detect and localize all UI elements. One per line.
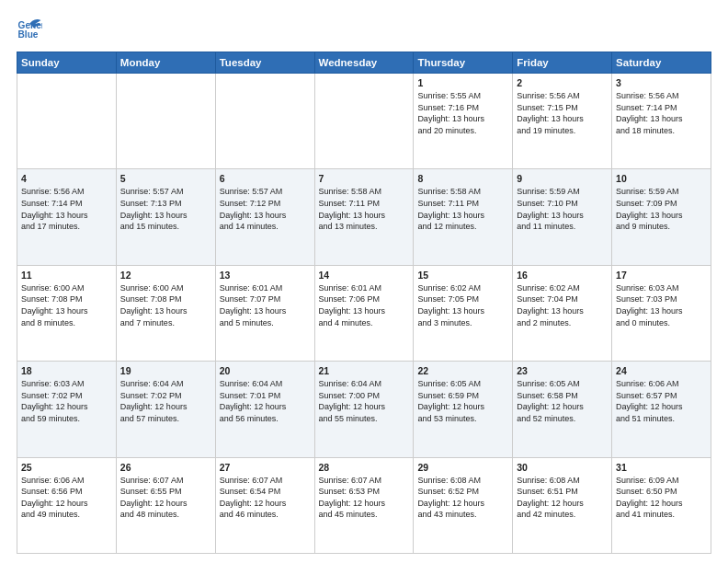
day-number: 28 (319, 462, 410, 473)
calendar-cell: 28Sunrise: 6:07 AM Sunset: 6:53 PM Dayli… (314, 457, 414, 553)
calendar-cell: 29Sunrise: 6:08 AM Sunset: 6:52 PM Dayli… (414, 457, 513, 553)
calendar-cell: 10Sunrise: 5:59 AM Sunset: 7:09 PM Dayli… (612, 169, 711, 265)
day-number: 25 (21, 462, 112, 473)
cell-info: Sunrise: 5:58 AM Sunset: 7:11 PM Dayligh… (319, 186, 410, 232)
day-number: 5 (120, 173, 211, 184)
cell-info: Sunrise: 6:04 AM Sunset: 7:01 PM Dayligh… (220, 378, 311, 424)
day-number: 2 (517, 77, 608, 88)
calendar-cell: 8Sunrise: 5:58 AM Sunset: 7:11 PM Daylig… (414, 169, 513, 265)
day-number: 21 (319, 365, 410, 376)
day-number: 31 (616, 462, 707, 473)
cell-info: Sunrise: 5:55 AM Sunset: 7:16 PM Dayligh… (417, 90, 508, 136)
calendar-cell: 5Sunrise: 5:57 AM Sunset: 7:13 PM Daylig… (116, 169, 215, 265)
cell-info: Sunrise: 6:01 AM Sunset: 7:07 PM Dayligh… (220, 282, 311, 328)
calendar-cell: 21Sunrise: 6:04 AM Sunset: 7:00 PM Dayli… (314, 362, 414, 457)
day-number: 8 (417, 173, 508, 184)
calendar-cell: 11Sunrise: 6:00 AM Sunset: 7:08 PM Dayli… (17, 265, 117, 361)
calendar-cell: 27Sunrise: 6:07 AM Sunset: 6:54 PM Dayli… (215, 457, 314, 553)
cell-info: Sunrise: 6:00 AM Sunset: 7:08 PM Dayligh… (21, 282, 112, 328)
day-number: 22 (417, 365, 508, 376)
calendar-cell (116, 74, 215, 169)
day-header-saturday: Saturday (612, 52, 711, 74)
calendar-table: SundayMondayTuesdayWednesdayThursdayFrid… (17, 52, 711, 554)
cell-info: Sunrise: 6:05 AM Sunset: 6:58 PM Dayligh… (517, 378, 608, 424)
day-number: 20 (220, 365, 311, 376)
cell-info: Sunrise: 6:04 AM Sunset: 7:02 PM Dayligh… (120, 378, 211, 424)
calendar-cell: 15Sunrise: 6:02 AM Sunset: 7:05 PM Dayli… (414, 265, 513, 361)
day-number: 18 (21, 365, 112, 376)
day-number: 17 (616, 270, 707, 281)
day-number: 12 (120, 270, 211, 281)
week-row-4: 18Sunrise: 6:03 AM Sunset: 7:02 PM Dayli… (17, 362, 711, 457)
cell-info: Sunrise: 5:57 AM Sunset: 7:13 PM Dayligh… (120, 186, 211, 232)
cell-info: Sunrise: 6:02 AM Sunset: 7:04 PM Dayligh… (517, 282, 608, 328)
week-row-2: 4Sunrise: 5:56 AM Sunset: 7:14 PM Daylig… (17, 169, 711, 265)
day-number: 10 (616, 173, 707, 184)
cell-info: Sunrise: 5:59 AM Sunset: 7:09 PM Dayligh… (616, 186, 707, 232)
cell-info: Sunrise: 5:56 AM Sunset: 7:14 PM Dayligh… (616, 90, 707, 136)
day-header-friday: Friday (513, 52, 612, 74)
day-header-tuesday: Tuesday (215, 52, 314, 74)
calendar-cell: 4Sunrise: 5:56 AM Sunset: 7:14 PM Daylig… (17, 169, 117, 265)
day-header-monday: Monday (116, 52, 215, 74)
cell-info: Sunrise: 6:08 AM Sunset: 6:51 PM Dayligh… (517, 475, 608, 521)
calendar-cell (17, 74, 117, 169)
calendar-cell: 22Sunrise: 6:05 AM Sunset: 6:59 PM Dayli… (414, 362, 513, 457)
calendar-cell: 18Sunrise: 6:03 AM Sunset: 7:02 PM Dayli… (17, 362, 117, 457)
day-number: 15 (417, 270, 508, 281)
page: General Blue SundayMondayTuesdayWednesda… (0, 0, 728, 563)
day-number: 13 (220, 270, 311, 281)
day-header-sunday: Sunday (17, 52, 117, 74)
calendar-cell (314, 74, 414, 169)
calendar-cell: 30Sunrise: 6:08 AM Sunset: 6:51 PM Dayli… (513, 457, 612, 553)
calendar-cell (215, 74, 314, 169)
day-number: 26 (120, 462, 211, 473)
cell-info: Sunrise: 6:04 AM Sunset: 7:00 PM Dayligh… (319, 378, 410, 424)
cell-info: Sunrise: 5:56 AM Sunset: 7:15 PM Dayligh… (517, 90, 608, 136)
day-number: 1 (417, 77, 508, 88)
svg-text:Blue: Blue (18, 29, 39, 40)
logo-icon: General Blue (17, 17, 42, 42)
calendar-cell: 12Sunrise: 6:00 AM Sunset: 7:08 PM Dayli… (116, 265, 215, 361)
day-header-thursday: Thursday (414, 52, 513, 74)
cell-info: Sunrise: 6:01 AM Sunset: 7:06 PM Dayligh… (319, 282, 410, 328)
calendar-cell: 25Sunrise: 6:06 AM Sunset: 6:56 PM Dayli… (17, 457, 117, 553)
calendar-cell: 23Sunrise: 6:05 AM Sunset: 6:58 PM Dayli… (513, 362, 612, 457)
calendar-cell: 17Sunrise: 6:03 AM Sunset: 7:03 PM Dayli… (612, 265, 711, 361)
logo: General Blue (17, 17, 46, 42)
day-number: 27 (220, 462, 311, 473)
day-number: 16 (517, 270, 608, 281)
calendar-cell: 19Sunrise: 6:04 AM Sunset: 7:02 PM Dayli… (116, 362, 215, 457)
cell-info: Sunrise: 6:06 AM Sunset: 6:56 PM Dayligh… (21, 475, 112, 521)
cell-info: Sunrise: 6:00 AM Sunset: 7:08 PM Dayligh… (120, 282, 211, 328)
cell-info: Sunrise: 6:07 AM Sunset: 6:54 PM Dayligh… (220, 475, 311, 521)
calendar-cell: 31Sunrise: 6:09 AM Sunset: 6:50 PM Dayli… (612, 457, 711, 553)
day-number: 30 (517, 462, 608, 473)
cell-info: Sunrise: 6:05 AM Sunset: 6:59 PM Dayligh… (417, 378, 508, 424)
calendar-cell: 9Sunrise: 5:59 AM Sunset: 7:10 PM Daylig… (513, 169, 612, 265)
day-number: 9 (517, 173, 608, 184)
cell-info: Sunrise: 6:09 AM Sunset: 6:50 PM Dayligh… (616, 475, 707, 521)
cell-info: Sunrise: 6:08 AM Sunset: 6:52 PM Dayligh… (417, 475, 508, 521)
calendar-cell: 7Sunrise: 5:58 AM Sunset: 7:11 PM Daylig… (314, 169, 414, 265)
day-number: 11 (21, 270, 112, 281)
day-header-wednesday: Wednesday (314, 52, 414, 74)
day-number: 24 (616, 365, 707, 376)
cell-info: Sunrise: 5:59 AM Sunset: 7:10 PM Dayligh… (517, 186, 608, 232)
day-number: 7 (319, 173, 410, 184)
day-number: 3 (616, 77, 707, 88)
calendar-cell: 20Sunrise: 6:04 AM Sunset: 7:01 PM Dayli… (215, 362, 314, 457)
day-number: 14 (319, 270, 410, 281)
week-row-1: 1Sunrise: 5:55 AM Sunset: 7:16 PM Daylig… (17, 74, 711, 169)
day-number: 23 (517, 365, 608, 376)
calendar-cell: 26Sunrise: 6:07 AM Sunset: 6:55 PM Dayli… (116, 457, 215, 553)
header: General Blue (17, 17, 711, 42)
calendar-cell: 6Sunrise: 5:57 AM Sunset: 7:12 PM Daylig… (215, 169, 314, 265)
day-number: 19 (120, 365, 211, 376)
calendar-cell: 1Sunrise: 5:55 AM Sunset: 7:16 PM Daylig… (414, 74, 513, 169)
calendar-header-row: SundayMondayTuesdayWednesdayThursdayFrid… (17, 52, 711, 74)
day-number: 29 (417, 462, 508, 473)
cell-info: Sunrise: 6:03 AM Sunset: 7:03 PM Dayligh… (616, 282, 707, 328)
calendar-cell: 24Sunrise: 6:06 AM Sunset: 6:57 PM Dayli… (612, 362, 711, 457)
day-number: 6 (220, 173, 311, 184)
